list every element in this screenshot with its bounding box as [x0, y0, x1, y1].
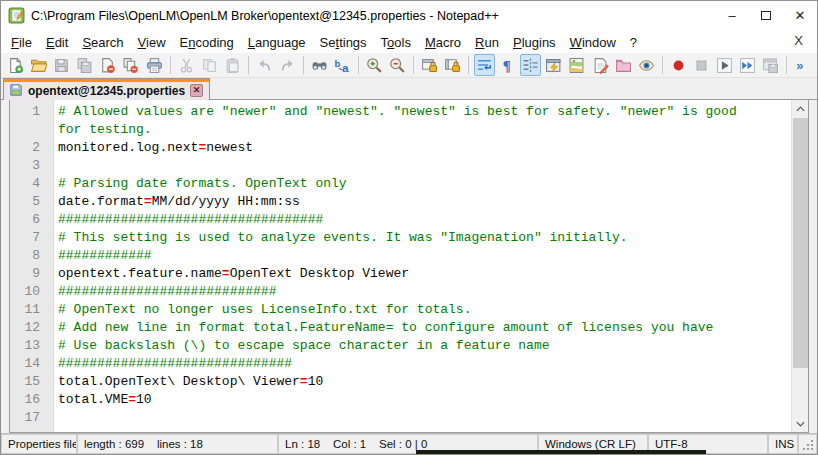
menu-item-run[interactable]: Run	[468, 33, 506, 52]
token-op: =	[144, 194, 152, 209]
svg-text:»: »	[796, 57, 803, 72]
code-line[interactable]: 1# Allowed values are "newer" and "newes…	[10, 103, 791, 121]
code-line[interactable]: 2monitored.log.next=newest	[10, 139, 791, 157]
document-list-button[interactable]	[590, 54, 611, 76]
token-comment: for testing.	[58, 122, 152, 137]
maximize-button[interactable]	[749, 1, 783, 30]
menu-item-tools[interactable]: Tools	[374, 33, 418, 52]
word-wrap-button[interactable]	[474, 54, 495, 76]
menu-item-settings[interactable]: Settings	[313, 33, 374, 52]
line-number: 15	[10, 373, 47, 391]
minimize-button[interactable]: –	[715, 1, 749, 30]
svg-text:b: b	[334, 57, 340, 68]
scroll-down-arrow-icon[interactable]	[792, 415, 809, 432]
indent-guide-button[interactable]	[520, 54, 541, 76]
menu-item-edit[interactable]: Edit	[39, 33, 75, 52]
code-line[interactable]: 17	[10, 409, 791, 427]
menu-item-view[interactable]: View	[131, 33, 173, 52]
menu-item-macro[interactable]: Macro	[418, 33, 468, 52]
redo-icon	[279, 57, 296, 74]
sync-horizontal-button[interactable]	[442, 54, 463, 76]
menu-item-plugins[interactable]: Plugins	[506, 33, 563, 52]
code-line[interactable]: 15total.OpenText\ Desktop\ Viewer=10	[10, 373, 791, 391]
open-button[interactable]	[28, 54, 49, 76]
scroll-up-arrow-icon[interactable]	[792, 100, 809, 117]
new-file-button[interactable]	[5, 54, 26, 76]
line-text: ############################	[47, 283, 276, 301]
line-text: ############	[47, 247, 152, 265]
line-number: 11	[10, 301, 47, 319]
line-text: # OpenText no longer uses LicenseInfo.tx…	[47, 301, 471, 319]
run-macro-multiple-button[interactable]	[737, 54, 758, 76]
line-text: # Use backslash (\) to escape space char…	[47, 337, 549, 355]
folder-as-workspace-button[interactable]	[613, 54, 634, 76]
toolbar-separator	[413, 56, 414, 74]
zoom-out-button[interactable]	[387, 54, 408, 76]
token-comment: # Allowed values are "newer" and "newest…	[58, 104, 737, 119]
save-icon	[53, 57, 70, 74]
vertical-scrollbar[interactable]	[791, 100, 808, 432]
undo-button	[254, 54, 275, 76]
folder-as-workspace-icon	[615, 57, 632, 74]
menu-item-language[interactable]: Language	[241, 33, 313, 52]
close-window-button[interactable]: ✕	[783, 1, 817, 30]
play-macro-button[interactable]	[714, 54, 735, 76]
cut-icon	[178, 57, 195, 74]
line-text: date.format=MM/dd/yyyy HH:mm:ss	[47, 193, 300, 211]
document-map-button[interactable]	[566, 54, 587, 76]
menu-item-search[interactable]: Search	[75, 33, 130, 52]
menu-item-file[interactable]: File	[4, 33, 39, 52]
sync-vertical-button[interactable]	[419, 54, 440, 76]
status-insert-mode[interactable]: INS	[768, 434, 798, 454]
code-line[interactable]: 14##############################	[10, 355, 791, 373]
new-file-icon	[7, 57, 24, 74]
monitoring-button[interactable]	[636, 54, 657, 76]
print-button[interactable]	[143, 54, 164, 76]
zoom-in-button[interactable]	[364, 54, 385, 76]
save-all-icon	[76, 57, 93, 74]
line-number: 12	[10, 319, 47, 337]
sync-vertical-icon	[421, 57, 438, 74]
tab-title: opentext@12345.properties	[28, 82, 185, 98]
menubar-close-button[interactable]: X	[790, 32, 807, 49]
show-all-characters-button[interactable]: ¶	[497, 54, 518, 76]
code-line[interactable]: 11# OpenText no longer uses LicenseInfo.…	[10, 301, 791, 319]
code-line[interactable]: 12# Add new line in format total.Feature…	[10, 319, 791, 337]
status-doc-length: length : 699 lines : 18	[77, 434, 278, 454]
close-doc-button[interactable]	[97, 54, 118, 76]
function-list-button[interactable]	[543, 54, 564, 76]
code-area[interactable]: 1# Allowed values are "newer" and "newes…	[10, 103, 791, 427]
code-line[interactable]: 7# This setting is used to analyze event…	[10, 229, 791, 247]
find-button[interactable]	[309, 54, 330, 76]
code-line[interactable]: 16total.VME=10	[10, 391, 791, 409]
line-number: 17	[10, 409, 47, 427]
token-comment: # Add new line in format total.FeatureNa…	[58, 320, 713, 335]
menu-item-encoding[interactable]: Encoding	[173, 33, 241, 52]
token-comment: # OpenText no longer uses LicenseInfo.tx…	[58, 302, 471, 317]
line-number: 5	[10, 193, 47, 211]
record-macro-button[interactable]	[668, 54, 689, 76]
code-line[interactable]: for testing.	[10, 121, 791, 139]
menu-item-help[interactable]: ?	[623, 33, 644, 52]
toolbar-separator	[170, 56, 171, 74]
code-line[interactable]: 6##################################	[10, 211, 791, 229]
code-line[interactable]: 4# Parsing date formats. OpenText only	[10, 175, 791, 193]
code-line[interactable]: 13# Use backslash (\) to escape space ch…	[10, 337, 791, 355]
line-text: opentext.feature.name=OpenText Desktop V…	[47, 265, 409, 283]
close-all-button[interactable]	[120, 54, 141, 76]
tab-close-icon[interactable]: ✕	[190, 84, 203, 97]
scrollbar-thumb[interactable]	[793, 118, 808, 368]
code-line[interactable]: 10############################	[10, 283, 791, 301]
replace-button[interactable]: ba	[332, 54, 353, 76]
code-line[interactable]: 9opentext.feature.name=OpenText Desktop …	[10, 265, 791, 283]
code-line[interactable]: 8############	[10, 247, 791, 265]
word-wrap-icon	[476, 57, 493, 74]
tab-opentext-properties[interactable]: opentext@12345.properties ✕	[3, 78, 210, 100]
menu-item-window[interactable]: Window	[563, 33, 623, 52]
code-line[interactable]: 3	[10, 157, 791, 175]
indent-guide-icon	[522, 57, 539, 74]
line-number	[10, 121, 47, 139]
code-line[interactable]: 5date.format=MM/dd/yyyy HH:mm:ss	[10, 193, 791, 211]
toolbar-overflow-button[interactable]: »	[792, 54, 813, 76]
resize-grip[interactable]	[798, 434, 817, 454]
